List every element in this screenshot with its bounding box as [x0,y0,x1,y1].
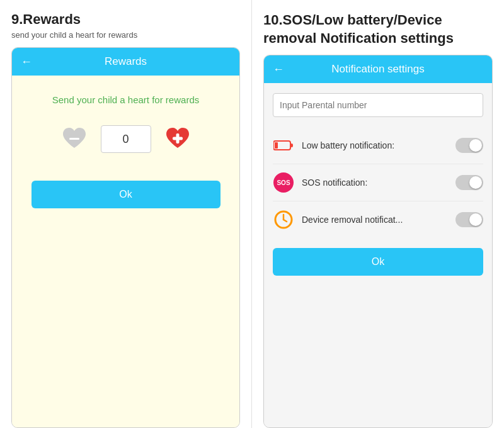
sos-toggle[interactable] [455,175,483,190]
rewards-header: ← Rewards [12,48,239,76]
right-panel: 10.SOS/Low battery/Deviceremoval SOS/Low… [252,0,504,428]
right-section-number: 10. [263,12,283,28]
rewards-phone-screen: ← Rewards Send your child a heart for re… [11,47,240,428]
notification-header: ← Notification settings [264,55,492,83]
sos-row: SOS SOS notification: [273,164,483,201]
low-battery-label: Low battery notification: [302,140,448,150]
notification-back-button[interactable]: ← [273,63,284,76]
right-section-title: 10.SOS/Low battery/Deviceremoval SOS/Low… [263,11,493,47]
svg-line-8 [284,220,287,222]
notification-phone-screen: ← Notification settings Low battery noti… [263,55,493,428]
svg-rect-2 [173,137,183,140]
sos-label: SOS notification: [302,177,448,188]
notification-body: Low battery notification: SOS SOS notifi… [264,83,492,427]
rewards-header-title: Rewards [32,55,219,68]
rewards-message: Send your child a heart for rewards [52,94,199,105]
rewards-body: Send your child a heart for rewards 0 [12,76,239,427]
sos-icon: SOS [273,172,294,193]
heart-count: 0 [101,125,151,153]
svg-rect-4 [290,144,293,147]
low-battery-toggle[interactable] [455,138,483,153]
left-title: Rewards [23,11,81,27]
heart-minus-icon [59,124,89,154]
heart-plus-icon [163,124,193,154]
left-subtitle: send your child a heart for rewards [11,30,240,40]
left-section-number: 9. [11,11,23,27]
svg-rect-0 [69,138,79,140]
left-section-title: 9.Rewards [11,11,240,28]
battery-icon [273,135,294,156]
parental-number-input[interactable] [273,93,483,117]
rewards-ok-button[interactable]: Ok [32,181,220,208]
rewards-back-button[interactable]: ← [21,55,32,69]
low-battery-row: Low battery notification: [273,127,483,164]
left-panel: 9.Rewards send your child a heart for re… [0,0,252,428]
device-removal-icon [273,209,294,230]
decrement-button[interactable] [58,123,91,155]
right-title: SOS/Low battery/Deviceremoval SOS/Low ba… [263,12,454,46]
notification-ok-button[interactable]: Ok [273,248,483,276]
svg-rect-5 [275,142,278,149]
notification-header-title: Notification settings [284,63,472,76]
rewards-controls: 0 [58,123,194,155]
increment-button[interactable] [161,123,194,155]
device-removal-row: Device removal notificat... [273,201,483,238]
device-removal-toggle[interactable] [455,212,483,227]
device-removal-label: Device removal notificat... [302,215,448,225]
